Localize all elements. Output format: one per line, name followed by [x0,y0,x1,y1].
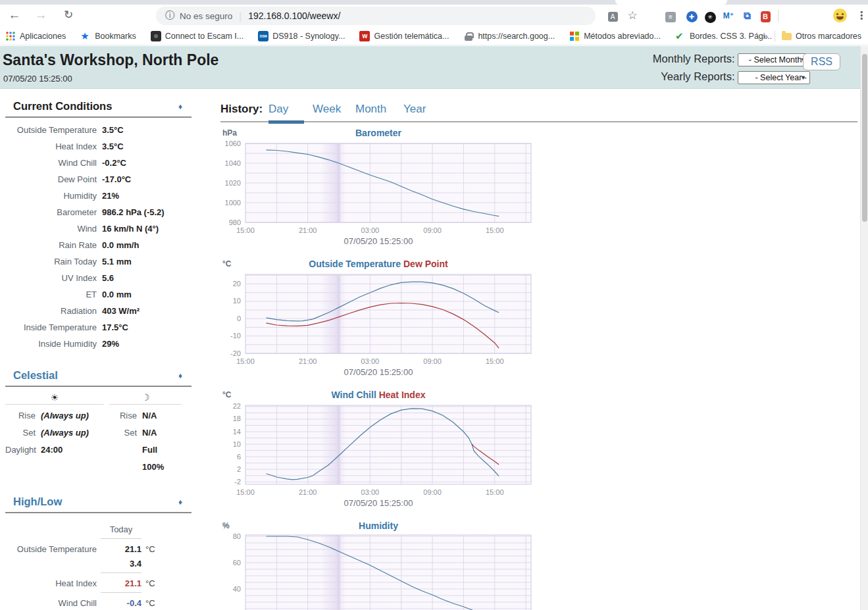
translate-icon[interactable]: A [605,9,620,23]
collapse-diamond-icon[interactable]: ♦ [178,497,182,507]
current-conditions-section: Current Conditions ♦ Outside Temperature… [5,100,191,352]
highlow-section: High/Low ♦ TodayOutside Temperature21.1°… [5,496,191,610]
today-column-header: Today [101,522,141,537]
moon-set-label: Set [109,424,137,442]
link-extension-icon[interactable]: ⧉ [740,9,754,23]
tab-month[interactable]: Month [355,103,386,116]
bookmark-label: https://search.goog... [478,32,555,41]
highlow-cell [5,522,97,537]
tab-week[interactable]: Week [313,103,341,116]
yearly-reports-label: Yearly Reports: [661,70,734,82]
bookmark-label: Bordes. CSS 3. Pági... [690,32,772,41]
bookmark-item[interactable]: DSMDS918 - Synology... [258,31,345,41]
bookmark-item[interactable]: wGestión telemática... [359,31,449,41]
bookmark-item[interactable]: https://search.goog... [463,31,555,41]
tab-year[interactable]: Year [403,103,426,116]
y-axis-unit: hPa [222,128,237,138]
url-text[interactable]: 192.168.0.100/weewx/ [248,11,340,21]
webcam-icon [151,31,161,41]
red-w-icon: w [359,31,370,41]
monthly-reports-select[interactable]: - Select Month -▼ [738,53,810,66]
chart-barometer: hPaBarometer106010401020100098015:0021:0… [220,128,857,259]
apps-grid-icon [5,31,16,41]
bookmarks-bar: Aplicaciones★BookmarksConnect to Escam I… [0,27,868,45]
bookmark-item[interactable]: Métodos abreviado... [569,31,661,41]
chart-plot: 20100-10-2015:0021:0003:0009:0015:00 [220,270,536,367]
reload-icon[interactable]: ↻ [59,6,78,24]
x-tick-label: 15:00 [236,226,255,234]
browser-toolbar: ← → ↻ ⓘ No es seguro | 192.168.0.100/wee… [0,5,868,27]
page-scrollbar[interactable] [860,46,868,610]
bookmark-item[interactable]: Connect to Escam I... [151,31,244,41]
collapse-diamond-icon[interactable]: ♦ [178,102,182,111]
x-tick-label: 09:00 [423,357,442,365]
page-header: Santa's Workshop, North Pole 07/05/20 15… [0,46,860,89]
y-tick-label: 10 [233,440,241,448]
yearly-reports-select[interactable]: - Select Year -▼ [738,71,810,84]
highlow-label: Heat Index [5,576,97,591]
scrollbar-thumb[interactable] [862,54,867,222]
bookmark-star-icon[interactable]: ☆ [625,9,640,23]
highlow-label: Wind Chill [5,596,97,610]
box-extension-icon[interactable]: ≡ [663,9,678,23]
other-bookmarks-label[interactable]: Otros marcadores [796,32,861,41]
highlow-cell [5,571,97,576]
sun-icon-cell: ☀ [5,392,104,405]
shutter-extension-icon[interactable]: ✳ [703,9,717,23]
highlow-title: High/Low [13,496,62,507]
condition-value: 29% [102,336,191,352]
bookmark-label: Connect to Escam I... [165,32,244,41]
sun-icon: ☀ [51,392,59,403]
x-tick-label: 15:00 [236,488,255,496]
emoji-extension-icon[interactable] [833,9,847,22]
address-bar[interactable]: ⓘ No es seguro | 192.168.0.100/weewx/ [156,7,596,25]
condition-label: ET [5,286,97,303]
bookmark-item[interactable]: ★Bookmarks [80,31,136,41]
chart-plot: 8060402015:0021:0003:0009:0015:00 [220,532,536,610]
y-tick-label: 1000 [225,199,241,207]
header-datetime: 07/05/20 15:25:00 [3,74,72,84]
rss-button[interactable]: RSS [803,53,840,70]
chart-title: Humidity [220,521,536,531]
history-tab-bar: History: DayWeekMonthYear [220,100,857,122]
chart-title: Wind Chill Heat Index [220,390,536,400]
page-info-icon[interactable]: ⓘ [165,10,174,22]
red-b-extension-icon[interactable]: B [758,9,773,23]
condition-value: 5.1 mm [102,253,191,270]
bookmark-item[interactable]: ✔Bordes. CSS 3. Pági... [675,31,772,41]
condition-value: 17.5°C [102,319,191,336]
bookmarks-overflow-chevron[interactable]: » [763,31,768,41]
active-tab-bottom [615,0,727,5]
page-title: Santa's Workshop, North Pole [3,51,218,69]
dsm-icon: DSM [258,31,268,41]
collapse-diamond-icon[interactable]: ♦ [178,371,182,380]
x-tick-label: 09:00 [423,226,442,234]
browser-tab-strip [0,0,868,5]
wheel-extension-icon[interactable]: ✚ [684,9,699,23]
back-arrow-icon[interactable]: ← [5,6,24,24]
highlow-label [5,557,97,571]
y-tick-label: 0 [237,315,241,322]
condition-label: Outside Temperature [5,122,97,138]
y-tick-label: -20 [230,349,241,357]
highlow-cell [5,537,97,542]
condition-label: Rain Rate [5,237,97,253]
tab-day[interactable]: Day [268,103,288,116]
y-axis-unit: °C [222,390,231,399]
sun-set-value: (Always up) [41,424,104,442]
daylight-label: Daylight [5,442,36,476]
bookmark-item[interactable]: Aplicaciones [5,31,66,41]
x-tick-label: 21:00 [299,488,317,496]
condition-value: -17.0°C [102,171,191,188]
chart-outside-temperature: °COutside Temperature Dew Point20100-10-… [220,259,857,390]
condition-value: -0.2°C [102,155,191,171]
y-tick-label: 1060 [225,140,241,147]
forward-arrow-icon[interactable]: → [32,6,50,24]
highlow-unit: °C [145,596,191,610]
security-label[interactable]: No es seguro [180,11,232,21]
condition-value: 3.5°C [102,122,191,138]
m-plus-extension-icon[interactable]: M⁺ [721,9,736,23]
chart-caption: 07/05/20 15:25:00 [220,236,536,246]
condition-label: Wind [5,220,97,237]
menu-dots-icon[interactable]: ⋮ [854,9,868,23]
